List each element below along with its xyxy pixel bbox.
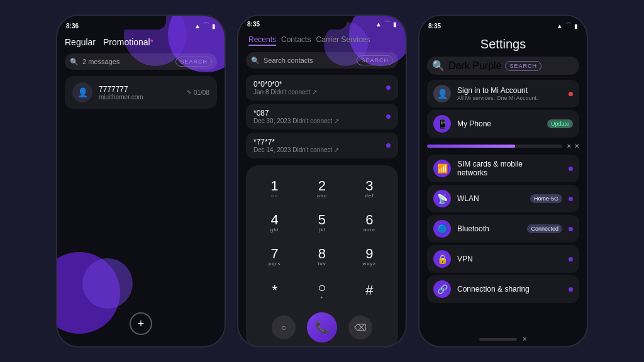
message-info: 7777777 miuithemer.com [99, 85, 180, 101]
signal-icon: ▲ [194, 23, 201, 30]
settings-progress-row: ☀ ✕ [427, 140, 579, 152]
connection-text: Connection & sharing [457, 285, 562, 293]
search-placeholder: 2 messages [82, 58, 172, 65]
settings-search-icon: 🔍 [432, 60, 445, 72]
bluetooth-text: Bluetooth [457, 224, 521, 233]
call-info-0: 0*0*0*0* Jan 8 Didn't connect ↗ [253, 80, 317, 96]
phone-dialer: 8:35 ▲ ⌒ ▮ Recents Contacts Carrier Serv… [237, 14, 407, 348]
tab-promotional: Promotional* [103, 37, 153, 47]
settings-item-vpn[interactable]: 🔒 VPN [427, 245, 579, 273]
call-dot-1 [386, 114, 391, 119]
call-item-0[interactable]: 0*0*0*0* Jan 8 Didn't connect ↗ [246, 75, 398, 101]
dial-key-2[interactable]: 2 abc [304, 174, 340, 203]
dialpad-row-2: 4 ghi 5 jkl 6 mno [251, 208, 393, 237]
message-time: ✎ 01/08 [187, 89, 209, 96]
tab-carrier[interactable]: Carrier Services [316, 33, 370, 46]
dial-key-5[interactable]: 5 jkl [304, 208, 340, 237]
status-icons3: ▲ ⌒ ▮ [557, 21, 578, 30]
messages-search-bar[interactable]: 🔍 2 messages SEARCH [65, 53, 217, 70]
tab-regular[interactable]: Regular [65, 37, 96, 47]
dial-key-hash[interactable]: # [351, 276, 387, 305]
call-number-1: *087 [253, 109, 339, 118]
call-number-0: 0*0*0*0* [253, 80, 317, 89]
battery-icon2: ▮ [393, 21, 397, 28]
dialpad: 1 ○○ 2 abc 3 def 4 ghi [246, 165, 398, 348]
battery-icon: ▮ [212, 23, 216, 30]
dialpad-row-3: 7 pqrs 8 tuv 9 wxyz [251, 242, 393, 271]
edit-icon: ✎ [187, 89, 192, 96]
settings-item-phone[interactable]: 📱 My Phone Update [427, 110, 579, 138]
message-item[interactable]: 👤 7777777 miuithemer.com ✎ 01/08 [65, 76, 217, 109]
dialer-search-bar[interactable]: 🔍 Search contacts SEARCH [246, 52, 398, 69]
dialer-search-button[interactable]: SEARCH [357, 55, 393, 65]
account-label: Sign in to Mi Account [457, 86, 562, 95]
compose-fab[interactable]: + [130, 312, 152, 335]
tab-contacts[interactable]: Contacts [281, 33, 311, 46]
status-time2: 8:35 [247, 21, 260, 28]
settings-search-bar[interactable]: 🔍 Dark Purple SEARCH [427, 57, 579, 75]
bluetooth-icon: 🔵 [433, 220, 451, 238]
tab-recents[interactable]: Recents [248, 33, 276, 46]
wifi-icon3: ⌒ [565, 21, 572, 30]
dial-key-3[interactable]: 3 def [351, 174, 387, 203]
phone-label: My Phone [457, 119, 541, 128]
bluetooth-dot [569, 227, 573, 231]
dialer-search-placeholder: Search contacts [264, 57, 353, 64]
settings-content: Settings 🔍 Dark Purple SEARCH 👤 Sign in … [419, 32, 587, 346]
call-info-2: *77*7* Dec 14, 2023 Didn't connect ↗ [253, 138, 339, 153]
dial-key-star[interactable]: * [257, 276, 293, 305]
call-detail-1: Dec 30, 2023 Didn't connect ↗ [253, 118, 339, 124]
settings-item-connection[interactable]: 🔗 Connection & sharing [427, 275, 579, 303]
dial-key-1[interactable]: 1 ○○ [257, 174, 293, 203]
backspace-button[interactable]: ⌫ [348, 315, 372, 339]
wifi-icon: ⌒ [203, 21, 209, 30]
call-item-2[interactable]: *77*7* Dec 14, 2023 Didn't connect ↗ [246, 133, 398, 158]
search-button[interactable]: SEARCH [175, 57, 212, 67]
account-text: Sign in to Mi Account All Mi services. O… [457, 86, 562, 101]
wlan-dot [569, 197, 573, 201]
message-name: 7777777 [99, 85, 180, 94]
dialer-tabs: Recents Contacts Carrier Services [246, 28, 398, 52]
sim-icon: 📶 [433, 160, 451, 177]
call-detail-0: Jan 8 Didn't connect ↗ [253, 89, 317, 96]
settings-search-button[interactable]: SEARCH [505, 61, 541, 71]
voicemail-button[interactable]: ○ [272, 315, 296, 339]
account-dot [569, 92, 573, 96]
messages-content: Regular Promotional* 🔍 2 messages SEARCH… [57, 32, 225, 346]
account-sublabel: All Mi services. One Mi Account. [457, 95, 562, 101]
settings-item-account[interactable]: 👤 Sign in to Mi Account All Mi services.… [427, 80, 579, 107]
settings-item-wlan[interactable]: 📡 WLAN Home-5G [427, 185, 579, 212]
search-icon: 🔍 [70, 58, 79, 66]
wlan-label: WLAN [457, 194, 524, 203]
status-icons: ▲ ⌒ ▮ [194, 21, 216, 30]
connection-label: Connection & sharing [457, 285, 562, 293]
status-time3: 8:35 [428, 23, 441, 30]
connection-dot [569, 287, 573, 292]
signal-icon2: ▲ [375, 21, 382, 28]
call-dot-2 [386, 143, 391, 148]
progress-bar-bg [427, 145, 562, 148]
call-dot-0 [386, 85, 391, 90]
bluetooth-label: Bluetooth [457, 224, 521, 233]
dialer-search-icon: 🔍 [251, 57, 260, 65]
wifi-icon2: ⌒ [384, 19, 391, 28]
sim-label: SIM cards & mobilenetworks [457, 160, 562, 177]
call-item-1[interactable]: *087 Dec 30, 2023 Didn't connect ↗ [246, 104, 398, 129]
dialpad-row-1: 1 ○○ 2 abc 3 def [251, 174, 393, 203]
dial-key-9[interactable]: 9 wxyz [351, 242, 387, 271]
phone-badge: Update [547, 119, 573, 128]
dial-key-6[interactable]: 6 mno [351, 208, 387, 237]
dial-key-0[interactable]: ○ + [304, 276, 340, 305]
progress-icons: ☀ ✕ [566, 143, 579, 150]
vpn-text: VPN [457, 255, 562, 263]
dial-key-4[interactable]: 4 ghi [257, 208, 293, 237]
settings-item-sim[interactable]: 📶 SIM cards & mobilenetworks [427, 155, 579, 182]
phone-messages: 8:36 ▲ ⌒ ▮ Regular Promotional* 🔍 2 mess… [56, 14, 226, 348]
call-button[interactable]: 📞 [307, 312, 337, 343]
notch [116, 16, 166, 30]
dial-key-7[interactable]: 7 pqrs [257, 242, 293, 271]
phone-settings: 8:35 ▲ ⌒ ▮ Settings 🔍 Dark Purple SEARCH… [418, 14, 588, 348]
dial-key-8[interactable]: 8 tuv [304, 242, 340, 271]
settings-item-bluetooth[interactable]: 🔵 Bluetooth Connected [427, 215, 579, 243]
vpn-dot [569, 257, 573, 261]
